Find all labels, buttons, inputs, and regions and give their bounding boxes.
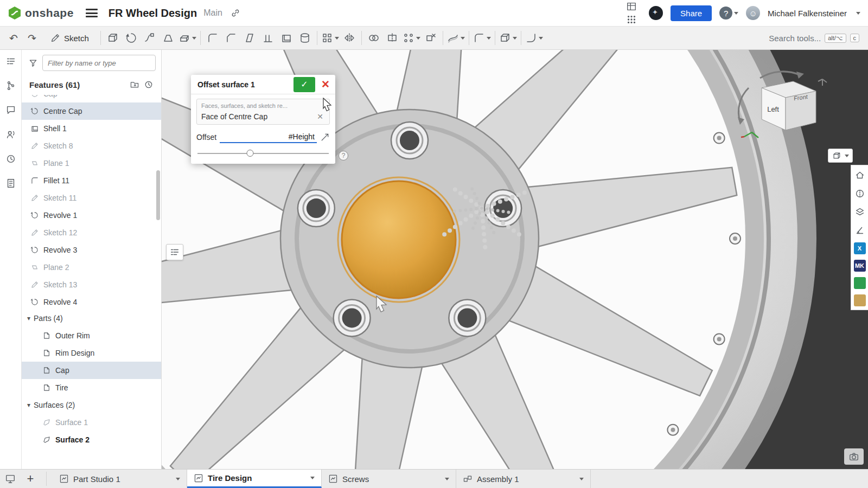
rollback-icon[interactable] [142, 78, 156, 92]
help-menu[interactable]: ? [719, 7, 738, 20]
remove-selection-icon[interactable]: ✕ [315, 112, 325, 121]
tool-offset-surface-icon[interactable] [446, 29, 466, 47]
group-parts-4[interactable]: ▾Parts (4) [22, 310, 161, 327]
chevron-down-icon [579, 478, 584, 480]
help-icon[interactable]: ? [719, 7, 732, 20]
cancel-button[interactable]: ✕ [317, 77, 334, 92]
user-name[interactable]: Michael Falkensteiner [768, 9, 847, 18]
item-surface-2[interactable]: Surface 2 [22, 431, 161, 448]
sketch-button[interactable]: Sketch [44, 29, 94, 47]
tab-screws[interactable]: Screws [322, 470, 456, 488]
tool-sheet-metal-tools-icon[interactable] [524, 29, 544, 47]
search-tools-label: Search tools... [769, 34, 821, 43]
org-logo[interactable] [649, 6, 663, 20]
measure-icon[interactable] [853, 224, 866, 237]
tool-delete-part-icon[interactable] [422, 29, 440, 47]
tab-part-studio-1[interactable]: Part Studio 1 [53, 470, 187, 488]
tool-fillet-surface-icon[interactable] [472, 29, 492, 47]
add-folder-icon[interactable] [127, 78, 142, 92]
notes-icon[interactable] [4, 176, 18, 190]
feature-item-sketch-13[interactable]: Sketch 13 [22, 276, 161, 293]
features-scrollbar[interactable] [156, 170, 160, 220]
tool-extrude-icon[interactable] [104, 29, 122, 47]
feature-item-revolve-1[interactable]: Revolve 1 [22, 207, 161, 224]
share-link-icon[interactable] [229, 7, 242, 20]
selection-box[interactable]: Faces, surfaces, and sketch re... Face o… [196, 99, 330, 125]
feature-item-plane-1[interactable]: Plane 1 [22, 155, 161, 172]
tool-shell-icon[interactable] [277, 29, 296, 47]
feature-item-revolve-3[interactable]: Revolve 3 [22, 241, 161, 259]
tool-loft-icon[interactable] [159, 29, 177, 47]
offset-slider[interactable] [197, 150, 329, 157]
tool-boolean-icon[interactable] [365, 29, 383, 47]
onshape-logo[interactable]: onshape [8, 6, 74, 20]
tool-fillet-icon[interactable] [203, 29, 222, 47]
feature-item-plane-2[interactable]: Plane 2 [22, 259, 161, 276]
versions-icon[interactable] [4, 79, 18, 93]
tool-sweep-icon[interactable] [141, 29, 159, 47]
tool-mirror-icon[interactable] [340, 29, 359, 47]
follow-mode-icon[interactable] [4, 127, 18, 142]
layers-icon[interactable] [853, 206, 866, 219]
item-surface-1[interactable]: Surface 1 [22, 414, 161, 431]
slider-knob[interactable] [246, 150, 253, 157]
filter-input[interactable] [42, 55, 156, 71]
feature-item-revolve-4[interactable]: Revolve 4 [22, 293, 161, 310]
tool-split-icon[interactable] [383, 29, 401, 47]
tab-assembly-1[interactable]: Assembly 1 [456, 470, 591, 488]
confirm-button[interactable]: ✓ [293, 77, 315, 92]
feature-list-icon[interactable] [4, 54, 18, 68]
tool-linear-pattern-icon[interactable] [320, 29, 340, 47]
cad-app-icon[interactable] [854, 294, 866, 306]
filter-icon[interactable] [28, 58, 38, 68]
tab-tire-design[interactable]: Tire Design [187, 470, 322, 488]
mk-app-icon[interactable]: MK [854, 260, 866, 272]
app-store-icon[interactable] [625, 13, 638, 26]
offset-field[interactable]: #Height [220, 131, 317, 143]
user-avatar[interactable]: ☺ [746, 6, 760, 20]
tool-hole-icon[interactable] [296, 29, 314, 47]
tool-draft-icon[interactable] [240, 29, 259, 47]
feature-item-shell-1[interactable]: Shell 1 [22, 120, 161, 137]
view-cube[interactable]: Left Front [730, 69, 833, 147]
comments-icon[interactable] [4, 103, 18, 117]
tool-thicken-icon[interactable] [177, 29, 197, 47]
document-menu-icon[interactable] [86, 9, 98, 17]
features-list[interactable]: CapCentre CapShell 1Sketch 8Plane 1Fille… [22, 95, 161, 310]
render-mode-button[interactable] [844, 448, 864, 465]
history-icon[interactable] [4, 152, 18, 166]
undo-button[interactable]: ↶ [4, 29, 23, 47]
feature-item-cap[interactable]: Cap [22, 95, 161, 102]
x-app-icon[interactable]: X [854, 242, 866, 254]
feature-item-fillet-11[interactable]: Fillet 11 [22, 172, 161, 189]
item-cap[interactable]: Cap [22, 362, 161, 379]
group-surfaces-2[interactable]: ▾Surfaces (2) [22, 396, 161, 414]
add-tab-button[interactable]: + [23, 471, 38, 486]
feature-item-sketch-11[interactable]: Sketch 11 [22, 189, 161, 207]
dialog-help-icon[interactable]: ? [339, 151, 348, 160]
view-options-button[interactable] [828, 149, 853, 163]
feature-list-toggle-button[interactable] [166, 244, 183, 260]
feature-item-sketch-12[interactable]: Sketch 12 [22, 224, 161, 241]
feature-item-centre-cap[interactable]: Centre Cap [22, 102, 161, 120]
workspace-label[interactable]: Main [203, 8, 222, 18]
home-view-icon[interactable] [853, 169, 866, 182]
item-outer-rim[interactable]: Outer Rim [22, 327, 161, 344]
section-view-icon[interactable] [853, 187, 866, 200]
feature-item-sketch-8[interactable]: Sketch 8 [22, 137, 161, 155]
spreadsheet-icon[interactable] [625, 0, 638, 13]
viewport-3d[interactable]: Offset surface 1 ✓ ✕ Faces, surfaces, an… [162, 50, 868, 469]
redo-button[interactable]: ↷ [23, 29, 41, 47]
tool-chamfer-icon[interactable] [222, 29, 240, 47]
tool-move-face-icon[interactable] [498, 29, 518, 47]
flip-direction-icon[interactable] [320, 132, 330, 142]
tool-revolve-icon[interactable] [122, 29, 141, 47]
item-tire[interactable]: Tire [22, 379, 161, 396]
share-button[interactable]: Share [671, 5, 712, 21]
search-tools[interactable]: Search tools... alt/⌥ c [769, 34, 864, 43]
screen-share-icon[interactable] [3, 472, 17, 486]
item-rim-design[interactable]: Rim Design [22, 344, 161, 362]
tool-rib-icon[interactable] [259, 29, 277, 47]
earth-app-icon[interactable] [854, 277, 866, 289]
tool-transform-icon[interactable] [401, 29, 422, 47]
